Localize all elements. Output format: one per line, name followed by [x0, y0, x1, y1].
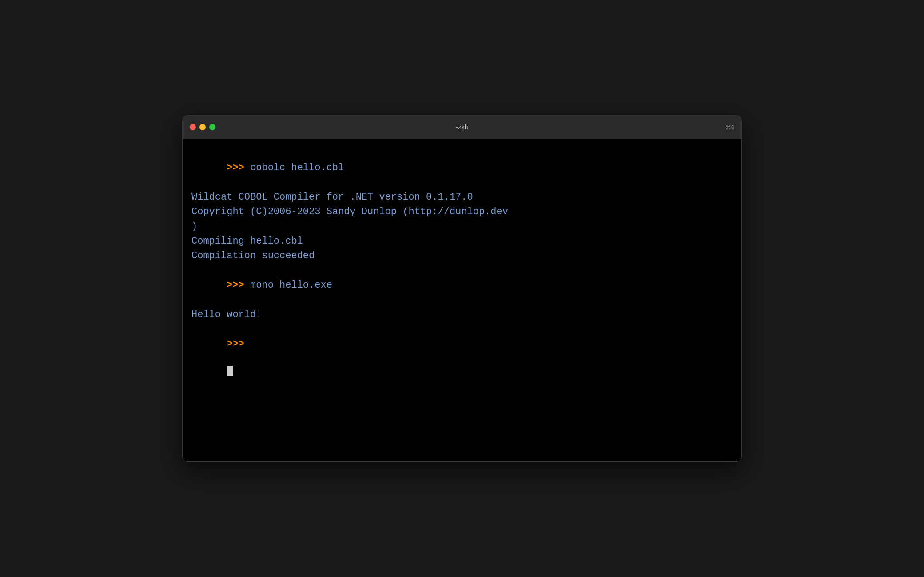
terminal-line-6: Compilation succeeded [191, 248, 733, 263]
cmd-text-2: mono hello.exe [244, 280, 332, 291]
terminal-line-7: >>> mono hello.exe [191, 263, 733, 307]
prompt-arrow-2: >>> [227, 280, 244, 291]
traffic-lights [190, 124, 215, 130]
cmd-text-1: cobolc hello.cbl [244, 162, 344, 173]
terminal-body[interactable]: >>> cobolc hello.cbl Wildcat COBOL Compi… [183, 139, 741, 461]
terminal-line-1: >>> cobolc hello.cbl [191, 146, 733, 190]
prompt-arrow-3: >>> [227, 338, 244, 349]
titlebar: -zsh ⌘6 [183, 116, 741, 139]
maximize-button[interactable] [209, 124, 215, 130]
terminal-line-2: Wildcat COBOL Compiler for .NET version … [191, 190, 733, 204]
terminal-line-9: >>> [191, 322, 733, 395]
terminal-line-8: Hello world! [191, 307, 733, 322]
prompt-space [227, 353, 232, 364]
prompt-arrow-1: >>> [227, 162, 244, 173]
minimize-button[interactable] [199, 124, 206, 130]
terminal-line-5: Compiling hello.cbl [191, 234, 733, 248]
terminal-line-3: Copyright (C)2006-2023 Sandy Dunlop (htt… [191, 204, 733, 219]
window-shortcut: ⌘6 [725, 124, 734, 131]
close-button[interactable] [190, 124, 196, 130]
window-title: -zsh [456, 124, 468, 131]
terminal-line-4: ) [191, 219, 733, 234]
terminal-cursor [227, 366, 233, 376]
terminal-window: -zsh ⌘6 >>> cobolc hello.cbl Wildcat COB… [182, 115, 742, 462]
